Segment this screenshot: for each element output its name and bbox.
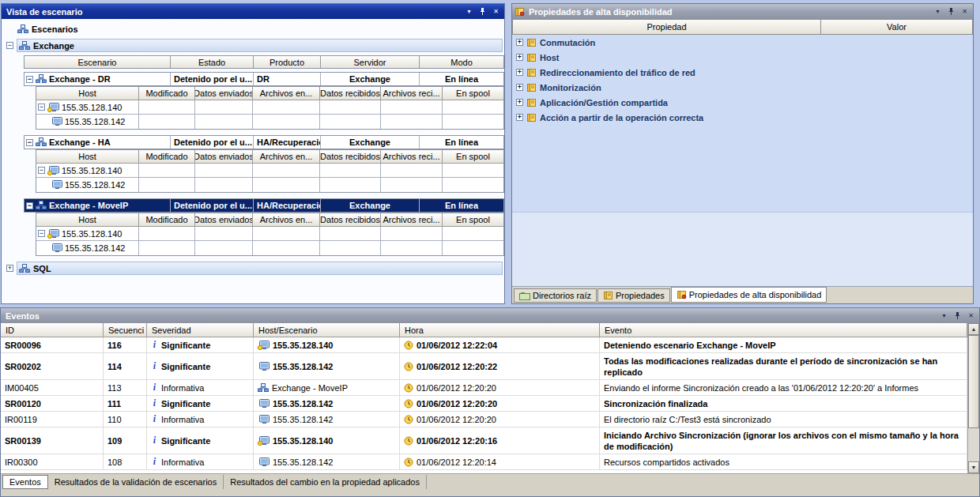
group-row-sql[interactable]: + SQL [2,262,503,275]
collapse-expander-icon[interactable]: − [26,202,33,209]
host-ip: 155.35.128.140 [62,103,122,112]
property-group-monitorizacion[interactable]: + Monitorización [512,80,973,95]
tab-directorios-raiz[interactable]: Directorios raíz [514,288,597,303]
collapse-expander-icon[interactable]: − [38,230,45,237]
info-icon: i [151,456,158,468]
close-icon[interactable]: ✕ [490,6,502,17]
expand-expander-icon[interactable]: + [516,69,523,76]
column-header-severidad[interactable]: Severidad [147,323,254,337]
event-row[interactable]: SR00120 111 iSignificante 155.35.128.142… [1,396,967,412]
chevron-down-icon[interactable]: ▾ [938,311,950,321]
property-group-redireccionamiento[interactable]: + Redireccionamiento del tráfico de red [512,65,973,80]
expand-expander-icon[interactable]: + [516,54,523,61]
scenario-name: Exchange - MoveIP [49,201,128,210]
event-row[interactable]: SR00139 109 iSignificante 155.35.128.140… [1,427,967,454]
pin-icon[interactable] [945,6,957,17]
scenario-row-selected[interactable]: − Exchange - MoveIP Detenido por el u...… [24,198,504,213]
tab-propiedades-alta-disponibilidad[interactable]: Propiedades de alta disponibilidad [671,287,827,303]
host-table-header: Host Modificado Datos enviados Archivos … [36,150,503,164]
property-group-accion-operacion-correcta[interactable]: + Acción a partir de la operación correc… [512,110,973,125]
pin-icon[interactable] [952,311,963,321]
significant-icon: i [151,397,158,409]
collapse-expander-icon[interactable]: − [26,139,33,146]
scroll-up-icon[interactable]: ▲ [968,323,979,335]
collapse-expander-icon[interactable]: − [38,167,45,174]
column-header-datos-recibidos: Datos recibidos [320,213,381,226]
collapse-expander-icon[interactable]: − [6,42,13,49]
event-id: IR00119 [1,412,104,427]
scenario-row[interactable]: − Exchange - DR Detenido por el u... DR … [24,72,504,86]
column-header-secuencia[interactable]: Secuenci▽ [104,323,147,337]
column-header-en-spool: En spool [443,87,503,100]
event-row[interactable]: IM00405 113 iInformativa Exchange - Move… [1,380,967,396]
event-severity: Significante [161,436,210,446]
column-header-servidor: Servidor [321,56,420,68]
host-row-master[interactable]: − 155.35.128.140 [36,227,503,241]
host-data-cell [139,227,195,240]
properties-empty-area [512,212,973,286]
column-header-host-escenario[interactable]: Host/Escenario [254,323,400,337]
chevron-down-icon[interactable]: ▾ [932,6,944,17]
scenario-row[interactable]: − Exchange - HA Detenido por el u... HA/… [24,135,504,149]
tab-propiedades[interactable]: Propiedades [597,288,670,303]
master-host-icon [47,166,59,175]
scroll-down-icon[interactable]: ▼ [968,461,979,473]
pin-icon[interactable] [477,6,488,17]
event-id: IR00300 [1,454,104,469]
tab-label: Directorios raíz [533,291,591,300]
column-header-modificado: Modificado [139,87,195,100]
chevron-down-icon[interactable]: ▾ [463,6,475,17]
expand-expander-icon[interactable]: + [516,99,523,106]
event-time: 01/06/2012 12:20:20 [416,399,497,409]
host-row-replica[interactable]: 155.35.128.142 [36,241,503,255]
event-row[interactable]: IR00119 110 iInformativa 155.35.128.142 … [1,412,967,427]
collapse-expander-icon[interactable]: − [26,76,33,83]
column-header-id[interactable]: ID [1,323,104,337]
property-group-label: Host [540,53,559,62]
expand-expander-icon[interactable]: + [516,84,523,91]
tab-resultados-validacion[interactable]: Resultados de la validación de escenario… [48,475,224,489]
host-row-replica[interactable]: 155.35.128.142 [36,115,503,129]
host-row-replica[interactable]: 155.35.128.142 [36,178,503,192]
event-row[interactable]: SR00096 116 iSignificante 155.35.128.140… [1,337,967,353]
host-data-cell [443,227,503,240]
tab-eventos[interactable]: Eventos [2,475,48,489]
property-group-label: Aplicación/Gestión compartida [540,98,668,107]
expand-expander-icon[interactable]: + [516,39,523,46]
expand-expander-icon[interactable]: + [6,265,13,272]
host-data-cell [443,100,503,114]
scrollbar-thumb[interactable] [968,335,979,428]
events-panel: Eventos ▾ ✕ ID Secuenci▽ Severidad Host/… [0,307,980,497]
scenario-group-icon [19,264,30,273]
event-row[interactable]: IR00300 108 iInformativa 155.35.128.142 … [1,454,967,470]
expand-expander-icon[interactable]: + [516,114,523,121]
column-header-evento[interactable]: Evento [600,323,967,337]
property-group-conmutacion[interactable]: + Conmutación [512,35,973,50]
close-icon[interactable]: ✕ [959,6,971,17]
property-book-icon [526,83,537,92]
tree-root-escenarios[interactable]: Escenarios [2,22,504,36]
column-header-archivos-recibidos: Archivos reci... [381,87,443,100]
tab-resultados-cambio-propiedad[interactable]: Resultados del cambio en la propiedad ap… [224,475,427,489]
scenario-producto: HA/Recuperació... [254,199,321,212]
property-group-host[interactable]: + Host [512,50,973,65]
event-row[interactable]: SR00202 114 iSignificante 155.35.128.142… [1,353,967,380]
clock-icon [404,436,413,446]
event-time: 01/06/2012 12:22:04 [416,341,497,350]
close-icon[interactable]: ✕ [965,311,977,321]
column-header-hora[interactable]: Hora [400,323,600,337]
event-id: IM00405 [1,380,104,395]
collapse-expander-icon[interactable]: − [38,104,45,111]
host-data-cell [381,164,443,177]
host-data-cell [139,164,195,177]
property-group-aplicacion-gestion[interactable]: + Aplicación/Gestión compartida [512,95,973,110]
group-row-exchange[interactable]: − Exchange [2,39,503,52]
scenario-name: Exchange - DR [49,74,111,84]
host-data-cell [381,178,443,192]
host-row-master[interactable]: − 155.35.128.140 [36,164,503,178]
event-seq: 116 [104,337,147,352]
vertical-scrollbar[interactable]: ▲ ▼ [967,323,979,473]
event-time: 01/06/2012 12:20:16 [416,436,497,446]
host-row-master[interactable]: − 155.35.128.140 [36,100,503,115]
host-data-cell [139,178,195,192]
